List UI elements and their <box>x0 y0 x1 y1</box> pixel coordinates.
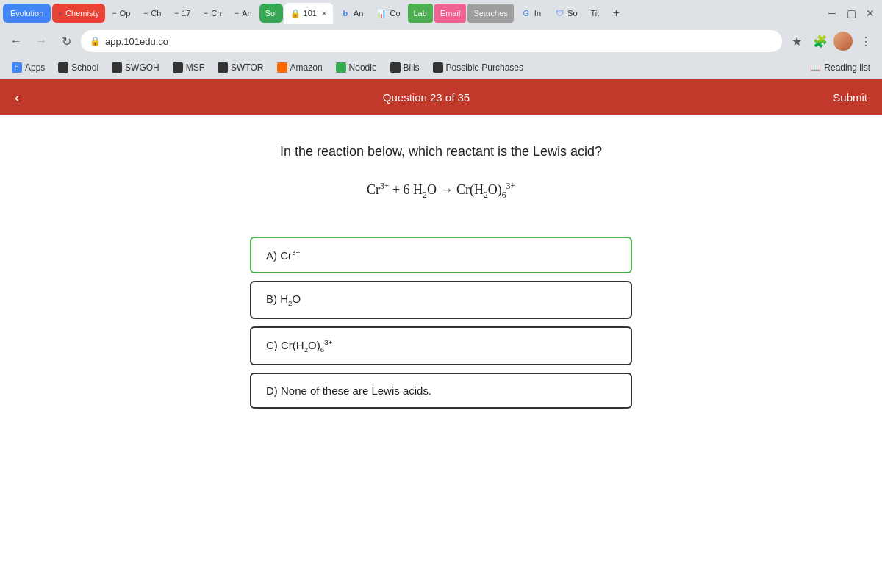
tab-tit-label: Tit <box>591 9 600 18</box>
option-b[interactable]: B) H2O <box>250 281 632 319</box>
maximize-button[interactable]: ▢ <box>842 4 860 22</box>
bookmark-noodle-favicon <box>336 62 346 73</box>
tab-101-close[interactable]: ✕ <box>321 10 327 18</box>
tab-17-label: 17 <box>182 9 190 18</box>
browser-menu-button[interactable]: ⋮ <box>856 31 876 51</box>
back-chevron-icon: ‹ <box>15 89 20 106</box>
tab-an2[interactable]: b An <box>334 3 369 24</box>
reading-list-button[interactable]: 📖 Reading list <box>804 60 876 75</box>
bookmark-school-label: School <box>71 62 98 73</box>
bookmark-possible-purchases-label: Possible Purchases <box>446 62 523 73</box>
tab-an[interactable]: ≡ An <box>229 3 257 24</box>
tab-so2-label: So <box>567 9 577 18</box>
tab-101-label: 101 <box>304 9 317 18</box>
bookmark-msf-label: MSF <box>186 62 204 73</box>
tab-ch-icon: ≡ <box>143 10 148 18</box>
bookmark-possible-purchases-favicon <box>433 62 443 73</box>
tab-ch[interactable]: ≡ Ch <box>137 3 167 24</box>
extensions-button[interactable]: 🧩 <box>810 31 831 51</box>
new-tab-button[interactable]: + <box>606 4 625 23</box>
tab-op[interactable]: ≡ Op <box>107 3 137 24</box>
bookmark-noodle[interactable]: Noodle <box>330 60 383 75</box>
question-progress: Question 23 of 35 <box>383 91 470 104</box>
bookmark-apps-favicon: ⠿ <box>12 62 22 73</box>
tab-co-favicon: 📊 <box>376 8 387 18</box>
tab-101-favicon: 🔒 <box>290 8 301 18</box>
bookmark-bills[interactable]: Bills <box>384 60 426 75</box>
navigation-bar: ← → ↻ 🔒 app.101edu.co ★ 🧩 ⋮ <box>0 26 882 56</box>
bookmark-swgoh[interactable]: SWGOH <box>106 60 165 75</box>
bookmark-msf[interactable]: MSF <box>167 60 210 75</box>
question-text: In the reaction below, which reactant is… <box>280 144 602 159</box>
tab-so2-favicon: 🛡 <box>554 8 564 18</box>
question-body: In the reaction below, which reactant is… <box>0 115 882 588</box>
bookmark-swgoh-label: SWGOH <box>125 62 159 73</box>
window-controls: ─ ▢ ✕ <box>823 4 879 22</box>
tab-in-favicon: G <box>521 8 531 18</box>
bookmark-bills-label: Bills <box>404 62 420 73</box>
bookmark-swtor-label: SWTOR <box>231 62 263 73</box>
tab-ch2[interactable]: ≡ Ch <box>198 3 227 24</box>
reading-list-label: Reading list <box>824 62 870 73</box>
bookmark-possible-purchases[interactable]: Possible Purchases <box>427 60 529 75</box>
tab-bar: Evolution ≡ Chemisty ≡ Op ≡ Ch ≡ 17 ≡ Ch… <box>0 0 882 26</box>
nav-right-controls: ★ 🧩 ⋮ <box>786 31 876 51</box>
bookmark-swtor-favicon <box>218 62 228 73</box>
address-bar-container[interactable]: 🔒 app.101edu.co <box>81 30 782 52</box>
bookmark-amazon[interactable]: Amazon <box>271 60 329 75</box>
tab-chemistry-label: Chemisty <box>65 9 99 18</box>
tab-sol[interactable]: Sol <box>259 4 283 23</box>
reading-list-icon: 📖 <box>810 62 821 73</box>
tab-co[interactable]: 📊 Co <box>370 3 406 24</box>
tab-an-label: An <box>242 9 251 18</box>
bookmarks-bar: ⠿ Apps School SWGOH MSF SWTOR Amazon Noo… <box>0 56 882 79</box>
bookmark-noodle-label: Noodle <box>349 62 377 73</box>
option-a[interactable]: A) Cr3+ <box>250 237 632 273</box>
tab-so2[interactable]: 🛡 So <box>548 3 583 24</box>
main-content: ‹ Question 23 of 35 Submit In the reacti… <box>0 79 882 588</box>
bookmark-amazon-label: Amazon <box>290 62 323 73</box>
bookmark-school[interactable]: School <box>52 60 104 75</box>
tab-sol-label: Sol <box>265 9 277 18</box>
tab-evolution[interactable]: Evolution <box>3 4 51 23</box>
bookmark-apps[interactable]: ⠿ Apps <box>6 60 51 75</box>
bookmark-amazon-favicon <box>277 62 287 73</box>
tab-101[interactable]: 🔒 101 ✕ <box>284 3 333 24</box>
bookmark-school-favicon <box>58 62 68 73</box>
tab-17-icon: ≡ <box>174 10 179 18</box>
tab-email-label: Email <box>440 9 461 18</box>
tab-lab[interactable]: Lab <box>408 4 433 23</box>
tab-in-label: In <box>534 9 541 18</box>
tab-op-label: Op <box>120 9 131 18</box>
option-c[interactable]: C) Cr(H2O)63+ <box>250 326 632 365</box>
forward-button[interactable]: → <box>31 31 51 51</box>
tab-chemistry[interactable]: ≡ Chemisty <box>52 4 105 23</box>
browser-window: Evolution ≡ Chemisty ≡ Op ≡ Ch ≡ 17 ≡ Ch… <box>0 0 882 588</box>
option-d[interactable]: D) None of these are Lewis acids. <box>250 373 632 409</box>
profile-avatar[interactable] <box>833 32 853 51</box>
bookmark-bills-favicon <box>390 62 401 73</box>
question-header: ‹ Question 23 of 35 Submit <box>0 79 882 115</box>
tab-co-label: Co <box>390 9 400 18</box>
tab-tit[interactable]: Tit <box>585 3 606 24</box>
question-back-button[interactable]: ‹ <box>15 89 20 106</box>
submit-button[interactable]: Submit <box>833 91 867 104</box>
bookmark-star-button[interactable]: ★ <box>786 31 807 51</box>
tab-an-icon: ≡ <box>234 10 239 18</box>
tab-searches-label: Searches <box>473 9 507 18</box>
close-button[interactable]: ✕ <box>861 4 879 22</box>
tab-chemistry-icon: ≡ <box>58 10 62 18</box>
bookmark-swtor[interactable]: SWTOR <box>212 60 269 75</box>
bookmark-swgoh-favicon <box>112 62 122 73</box>
tab-searches[interactable]: Searches <box>467 4 513 23</box>
tab-lab-label: Lab <box>414 9 427 18</box>
tab-email[interactable]: Email <box>434 4 467 23</box>
tab-in[interactable]: G In <box>515 3 547 24</box>
answer-options: A) Cr3+ B) H2O C) Cr(H2O)63+ D) None of … <box>250 237 632 409</box>
address-text: app.101edu.co <box>105 36 773 47</box>
back-button[interactable]: ← <box>6 31 26 51</box>
reload-button[interactable]: ↻ <box>56 31 76 51</box>
minimize-button[interactable]: ─ <box>823 4 841 22</box>
tab-17[interactable]: ≡ 17 <box>168 3 196 24</box>
tab-an2-favicon: b <box>340 8 351 18</box>
